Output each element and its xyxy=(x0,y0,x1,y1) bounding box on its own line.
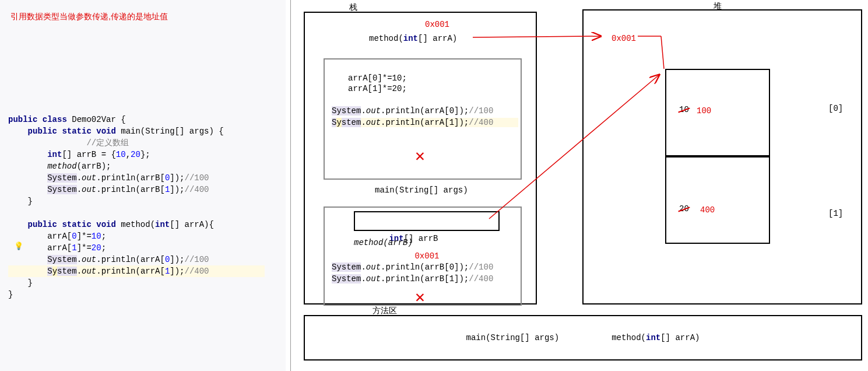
array-cell-0-old: 10 xyxy=(679,105,689,114)
source-code: public class Demo02Var { public static v… xyxy=(8,102,265,312)
method-area-region: main(String[] args) method(int[] arrA) xyxy=(304,315,862,360)
main-line-printB1: System.out.println(arrB[1]);//400 xyxy=(332,274,493,284)
code-panel: 引用数据类型当做参数传递,传递的是地址值 public class Demo02… xyxy=(0,0,286,371)
method-line-printA1: System.out.println(arrA[1]);//400 xyxy=(332,118,518,127)
heap-object-address: 0x001 xyxy=(612,34,636,43)
main-line-call-method: method(arrB) xyxy=(354,238,413,247)
array-cell-1: 20 400 xyxy=(665,156,770,244)
array-cell-0: 10 100 xyxy=(665,69,770,156)
stack-region: 0x001 method(int[] arrA) arrA[0]*=10; ar… xyxy=(304,12,537,304)
method-frame: arrA[0]*=10; arrA[1]*=20; System.out.pri… xyxy=(324,58,522,180)
main-frame-deleted-icon: ✕ xyxy=(415,287,425,307)
heap-region: 0x001 10 100 [0] 20 400 [1] xyxy=(582,9,862,304)
lightbulb-icon: 💡 xyxy=(14,242,23,251)
method-line-arrA0: arrA[0]*=10; xyxy=(348,74,407,83)
diagram-title: 引用数据类型当做参数传递,传递的是地址值 xyxy=(10,12,168,22)
array-cell-1-old: 20 xyxy=(679,204,689,214)
main-frame: method(arrB) System.out.println(arrB[0])… xyxy=(324,206,522,306)
main-line-printB0: System.out.println(arrB[0]);//100 xyxy=(332,262,493,272)
main-signature: main(String[] args) xyxy=(375,186,468,195)
method-line-printA0: System.out.println(arrA[0]);//100 xyxy=(332,106,493,116)
method-signature: method(int[] arrA) xyxy=(369,34,457,43)
method-frame-deleted-icon: ✕ xyxy=(415,146,425,166)
array-cell-0-new: 100 xyxy=(697,106,711,116)
method-area-main: main(String[] args) xyxy=(466,333,560,342)
array-index-1: [1] xyxy=(828,209,843,218)
array-cell-1-new: 400 xyxy=(700,205,715,215)
array-index-0: [0] xyxy=(828,104,843,113)
method-line-arrA1: arrA[1]*=20; xyxy=(348,84,407,93)
memory-diagram: 栈 堆 方法区 0x001 method(int[] arrA) arrA[0]… xyxy=(290,0,868,371)
method-param-address: 0x001 xyxy=(425,20,449,29)
method-area-method: method(int[] arrA) xyxy=(612,333,700,342)
code-comment: //定义数组 xyxy=(47,138,129,148)
